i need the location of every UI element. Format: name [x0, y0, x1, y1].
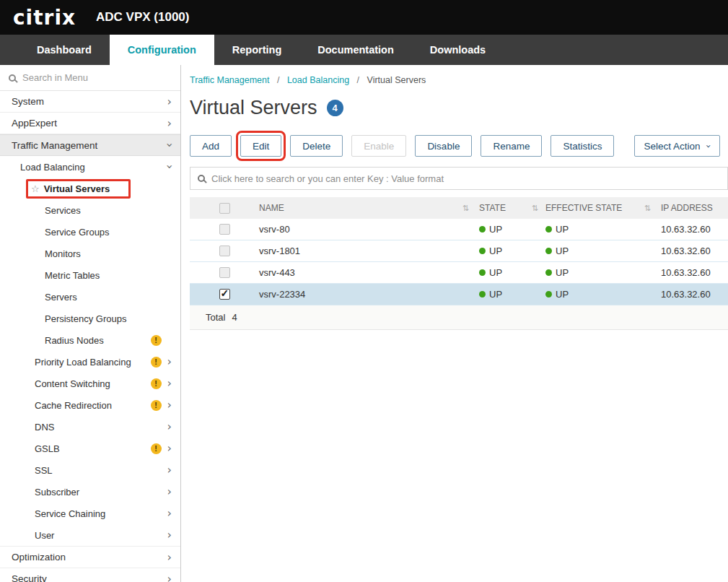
sidebar-item-ssl[interactable]: SSL › [0, 459, 180, 481]
tab-configuration[interactable]: Configuration [110, 35, 214, 65]
warning-icon: ! [151, 400, 162, 411]
table-row[interactable]: vsrv-1801 UP UP 10.63.32.60 [190, 240, 728, 262]
toolbar: Add Edit Delete Enable Disable Rename St… [190, 135, 728, 157]
sidebar-item-label: Services [45, 205, 81, 216]
sidebar-item-label: System [12, 96, 44, 107]
status-up-dot [479, 226, 486, 233]
sidebar: System › AppExpert › Traffic Management … [0, 65, 181, 582]
sidebar-item-content-switching[interactable]: Content Switching ! › [0, 373, 180, 394]
sidebar-item-label: Optimization [12, 552, 66, 563]
sidebar-menu: System › AppExpert › Traffic Management … [0, 91, 180, 582]
table-search-input[interactable] [211, 173, 720, 184]
cell-name: vsrv-1801 [259, 246, 300, 256]
table-total-row: Total 4 [190, 305, 728, 330]
chevron-right-icon: › [167, 464, 172, 476]
statistics-button[interactable]: Statistics [551, 135, 614, 157]
tab-downloads[interactable]: Downloads [412, 35, 504, 65]
row-checkbox[interactable] [219, 267, 230, 278]
status-up-dot [545, 269, 552, 276]
sidebar-item-user[interactable]: User › [0, 524, 180, 546]
sidebar-item-label: Subscriber [35, 487, 79, 498]
column-header-name[interactable]: NAME [259, 203, 284, 213]
sidebar-item-security[interactable]: Security › [0, 568, 180, 582]
sidebar-item-label: Radius Nodes [45, 335, 104, 346]
sidebar-item-appexpert[interactable]: AppExpert › [0, 113, 180, 134]
select-all-checkbox[interactable] [219, 203, 230, 214]
sidebar-item-label: Cache Redirection [35, 400, 112, 411]
tab-documentation[interactable]: Documentation [299, 35, 412, 65]
disable-button[interactable]: Disable [415, 135, 472, 157]
total-label: Total [206, 312, 225, 323]
sidebar-item-load-balancing[interactable]: Load Balancing › [0, 156, 180, 178]
breadcrumb-link-load-balancing[interactable]: Load Balancing [287, 75, 349, 85]
sidebar-item-service-groups[interactable]: Service Groups [0, 221, 180, 243]
sidebar-item-subscriber[interactable]: Subscriber › [0, 481, 180, 503]
add-button[interactable]: Add [190, 135, 232, 157]
select-action-label: Select Action [644, 141, 700, 152]
breadcrumb-separator: / [277, 75, 279, 85]
table-row-selected[interactable]: vsrv-22334 UP UP 10.63.32.60 [190, 284, 728, 305]
table-row[interactable]: vsrv-443 UP UP 10.63.32.60 [190, 262, 728, 284]
chevron-right-icon: › [167, 421, 172, 433]
total-value: 4 [232, 312, 237, 323]
cell-name: vsrv-22334 [259, 289, 305, 300]
app-header: citrix ADC VPX (1000) [0, 0, 728, 35]
select-action-dropdown[interactable]: Select Action › [634, 135, 719, 157]
column-header-state[interactable]: STATE [479, 203, 506, 213]
tab-dashboard[interactable]: Dashboard [19, 35, 110, 65]
chevron-right-icon: › [167, 399, 172, 411]
search-icon [198, 175, 205, 182]
sidebar-item-label: SSL [35, 465, 53, 476]
sidebar-item-persistency-groups[interactable]: Persistency Groups [0, 308, 180, 329]
sidebar-item-label: Metric Tables [45, 270, 100, 281]
cell-name: vsrv-443 [259, 267, 295, 278]
sort-icon[interactable]: ⇅ [644, 204, 651, 213]
table-row[interactable]: vsrv-80 UP UP 10.63.32.60 [190, 219, 728, 240]
chevron-down-icon: › [704, 144, 714, 147]
sidebar-item-optimization[interactable]: Optimization › [0, 546, 180, 568]
cell-state: UP [489, 289, 502, 300]
column-header-ip-address[interactable]: IP ADDRESS [661, 203, 713, 213]
sidebar-item-label: User [35, 530, 54, 541]
sidebar-item-cache-redirection[interactable]: Cache Redirection ! › [0, 394, 180, 416]
delete-button[interactable]: Delete [290, 135, 343, 157]
breadcrumb-link-traffic-management[interactable]: Traffic Management [190, 75, 269, 85]
row-checkbox[interactable] [219, 224, 230, 235]
sort-icon[interactable]: ⇅ [462, 204, 469, 213]
sidebar-item-priority-load-balancing[interactable]: Priority Load Balancing ! › [0, 351, 180, 373]
row-checkbox[interactable] [219, 289, 230, 300]
sidebar-item-label: Virtual Servers [44, 183, 110, 194]
row-checkbox[interactable] [219, 246, 230, 256]
sort-icon[interactable]: ⇅ [532, 204, 538, 213]
status-up-dot [479, 269, 486, 276]
sidebar-item-label: AppExpert [12, 118, 57, 129]
sidebar-item-dns[interactable]: DNS › [0, 416, 180, 438]
sidebar-item-label: Load Balancing [20, 162, 85, 173]
sidebar-item-traffic-management[interactable]: Traffic Management › [0, 134, 180, 156]
sidebar-item-radius-nodes[interactable]: Radius Nodes ! › [0, 329, 180, 351]
sidebar-item-service-chaining[interactable]: Service Chaining › [0, 503, 180, 524]
warning-icon: ! [151, 443, 162, 454]
edit-button[interactable]: Edit [240, 135, 281, 157]
sidebar-search-input[interactable] [22, 72, 172, 83]
cell-state: UP [489, 246, 502, 256]
status-up-dot [545, 226, 552, 233]
rename-button[interactable]: Rename [481, 135, 542, 157]
chevron-right-icon: › [167, 356, 172, 368]
column-header-effective-state[interactable]: EFFECTIVE STATE [545, 203, 622, 213]
sidebar-item-gslb[interactable]: GSLB ! › [0, 438, 180, 459]
cell-ip-address: 10.63.32.60 [661, 289, 711, 300]
sidebar-item-services[interactable]: Services [0, 199, 180, 221]
sidebar-item-monitors[interactable]: Monitors [0, 243, 180, 264]
sidebar-item-metric-tables[interactable]: Metric Tables [0, 264, 180, 286]
sidebar-item-label: Servers [45, 292, 77, 303]
cell-ip-address: 10.63.32.60 [661, 224, 711, 235]
enable-button: Enable [351, 135, 406, 157]
chevron-right-icon: › [167, 486, 172, 498]
tab-reporting[interactable]: Reporting [214, 35, 299, 65]
warning-icon: ! [151, 378, 162, 389]
chevron-right-icon: › [167, 552, 172, 563]
sidebar-item-system[interactable]: System › [0, 91, 180, 113]
sidebar-item-servers[interactable]: Servers [0, 286, 180, 308]
sidebar-item-virtual-servers[interactable]: ☆ Virtual Servers [0, 178, 180, 199]
